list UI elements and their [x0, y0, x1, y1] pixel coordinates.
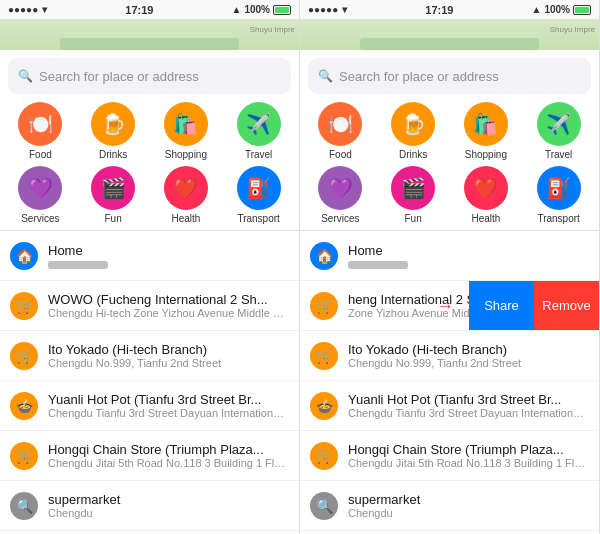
list-item[interactable]: 🛒heng International 2 Sh...Zone Yizhou A…	[300, 281, 599, 331]
category-emoji: 🎬	[101, 176, 126, 200]
category-travel[interactable]: ✈️ Travel	[228, 102, 290, 160]
list-item[interactable]: 🍲Yuanli Hot Pot (Tianfu 3rd Street Br...…	[300, 381, 599, 431]
category-icon: 🍽️	[18, 102, 62, 146]
place-name: supermarket	[348, 492, 589, 507]
place-name: Hongqi Chain Store (Triumph Plaza...	[48, 442, 289, 457]
place-info: Ito Yokado (Hi-tech Branch)Chengdu No.99…	[48, 342, 289, 369]
remove-button[interactable]: Remove	[534, 281, 599, 330]
place-address: Chengdu Jitai 5th Road No.118 3 Building…	[48, 457, 289, 469]
status-bar: ●●●●● ▾ 17:19 ▲ 100%	[300, 0, 599, 20]
category-shopping[interactable]: 🛍️ Shopping	[155, 102, 217, 160]
category-transport[interactable]: ⛽ Transport	[528, 166, 590, 224]
place-icon: 🔍	[310, 492, 338, 520]
category-label: Fun	[105, 213, 122, 224]
category-travel[interactable]: ✈️ Travel	[528, 102, 590, 160]
place-icon: 🛒	[10, 342, 38, 370]
place-name: Ito Yokado (Hi-tech Branch)	[48, 342, 289, 357]
place-name: Home	[348, 243, 589, 258]
category-label: Shopping	[165, 149, 207, 160]
place-info: WOWO (Fucheng International 2 Sh...Cheng…	[48, 292, 289, 319]
list-item[interactable]: 🛒Hongqi Chain Store (Triumph Plaza...Che…	[300, 431, 599, 481]
status-left: ●●●●● ▾	[308, 4, 347, 15]
category-emoji: 🍽️	[328, 112, 353, 136]
place-info: Yuanli Hot Pot (Tianfu 3rd Street Br...C…	[48, 392, 289, 419]
category-emoji: 🎬	[401, 176, 426, 200]
categories-grid: 🍽️ Food 🍺 Drinks 🛍️ Shopping ✈️ Travel 💜…	[0, 102, 299, 230]
category-label: Transport	[537, 213, 579, 224]
place-name: Yuanli Hot Pot (Tianfu 3rd Street Br...	[348, 392, 589, 407]
place-icon: 🏠	[310, 242, 338, 270]
place-icon: 🛒	[310, 292, 338, 320]
category-emoji: 🛍️	[173, 112, 198, 136]
home-address-placeholder	[348, 261, 408, 269]
list-item[interactable]: 🛒Hongqi Chain Store (Triumph Plaza...Che…	[0, 431, 299, 481]
phone-panel-left: ●●●●● ▾ 17:19 ▲ 100% Shuyu Impre 🔍 Searc…	[0, 0, 300, 534]
category-food[interactable]: 🍽️ Food	[9, 102, 71, 160]
category-icon: 🍺	[91, 102, 135, 146]
list-item[interactable]: 🔍supermarketChengdu	[300, 481, 599, 531]
category-food[interactable]: 🍽️ Food	[309, 102, 371, 160]
list-item[interactable]: 🏠Home	[300, 231, 599, 281]
place-address: Chengdu Jitai 5th Road No.118 3 Building…	[348, 457, 589, 469]
map-area: Shuyu Impre	[300, 20, 599, 50]
battery-percent: 100%	[544, 4, 570, 15]
category-services[interactable]: 💜 Services	[9, 166, 71, 224]
place-name: supermarket	[48, 492, 289, 507]
category-health[interactable]: ❤️ Health	[155, 166, 217, 224]
swipe-actions: ShareRemove	[469, 281, 599, 330]
category-icon: 🛍️	[464, 102, 508, 146]
category-label: Services	[21, 213, 59, 224]
category-emoji: ❤️	[173, 176, 198, 200]
category-shopping[interactable]: 🛍️ Shopping	[455, 102, 517, 160]
category-label: Travel	[245, 149, 272, 160]
categories-grid: 🍽️ Food 🍺 Drinks 🛍️ Shopping ✈️ Travel 💜…	[300, 102, 599, 230]
category-drinks[interactable]: 🍺 Drinks	[382, 102, 444, 160]
share-button[interactable]: Share	[469, 281, 534, 330]
search-icon: 🔍	[18, 69, 33, 83]
place-address: Chengdu	[48, 507, 289, 519]
list-item[interactable]: 🛒Ito Yokado (Hi-tech Branch)Chengdu No.9…	[0, 331, 299, 381]
category-icon: 💜	[318, 166, 362, 210]
category-icon: 🍽️	[318, 102, 362, 146]
category-icon: ✈️	[537, 102, 581, 146]
place-address: Chengdu No.999, Tianfu 2nd Street	[348, 357, 589, 369]
search-bar[interactable]: 🔍 Search for place or address	[308, 58, 591, 94]
place-info: Home	[48, 243, 289, 269]
place-info: Hongqi Chain Store (Triumph Plaza...Chen…	[48, 442, 289, 469]
map-watermark: Shuyu Impre	[250, 25, 295, 34]
category-health[interactable]: ❤️ Health	[455, 166, 517, 224]
place-address: Chengdu No.999, Tianfu 2nd Street	[48, 357, 289, 369]
category-icon: 🍺	[391, 102, 435, 146]
place-address: Chengdu Tianfu 3rd Street Dayuan Interna…	[348, 407, 589, 419]
category-emoji: 🍽️	[28, 112, 53, 136]
category-label: Transport	[237, 213, 279, 224]
category-transport[interactable]: ⛽ Transport	[228, 166, 290, 224]
list-item[interactable]: 🍲Yuanli Hot Pot (Tianfu 3rd Street Br...…	[0, 381, 299, 431]
list-item[interactable]: 🔍supermarketChengdu	[0, 481, 299, 531]
list-item[interactable]: 🛒Ito Yokado (Hi-tech Branch)Chengdu No.9…	[300, 331, 599, 381]
list-item[interactable]: 🛒WOWO (Fucheng International 2 Sh...Chen…	[0, 281, 299, 331]
list-item[interactable]: 🏠Home	[0, 231, 299, 281]
battery-icon	[273, 5, 291, 15]
category-fun[interactable]: 🎬 Fun	[82, 166, 144, 224]
place-name: Yuanli Hot Pot (Tianfu 3rd Street Br...	[48, 392, 289, 407]
place-icon: 🛒	[310, 342, 338, 370]
place-info: Hongqi Chain Store (Triumph Plaza...Chen…	[348, 442, 589, 469]
category-emoji: 💜	[328, 176, 353, 200]
signal-bars: ●●●●●	[308, 4, 338, 15]
category-services[interactable]: 💜 Services	[309, 166, 371, 224]
category-icon: 🎬	[91, 166, 135, 210]
search-placeholder: Search for place or address	[39, 69, 199, 84]
search-bar[interactable]: 🔍 Search for place or address	[8, 58, 291, 94]
signal-bars: ●●●●●	[8, 4, 38, 15]
category-drinks[interactable]: 🍺 Drinks	[82, 102, 144, 160]
home-address-placeholder	[48, 261, 108, 269]
category-label: Drinks	[399, 149, 427, 160]
place-name: Home	[48, 243, 289, 258]
place-info: Ito Yokado (Hi-tech Branch)Chengdu No.99…	[348, 342, 589, 369]
category-emoji: ⛽	[246, 176, 271, 200]
place-icon: 🔍	[10, 492, 38, 520]
category-fun[interactable]: 🎬 Fun	[382, 166, 444, 224]
places-list: 🏠Home🛒WOWO (Fucheng International 2 Sh..…	[0, 230, 299, 534]
map-area: Shuyu Impre	[0, 20, 299, 50]
